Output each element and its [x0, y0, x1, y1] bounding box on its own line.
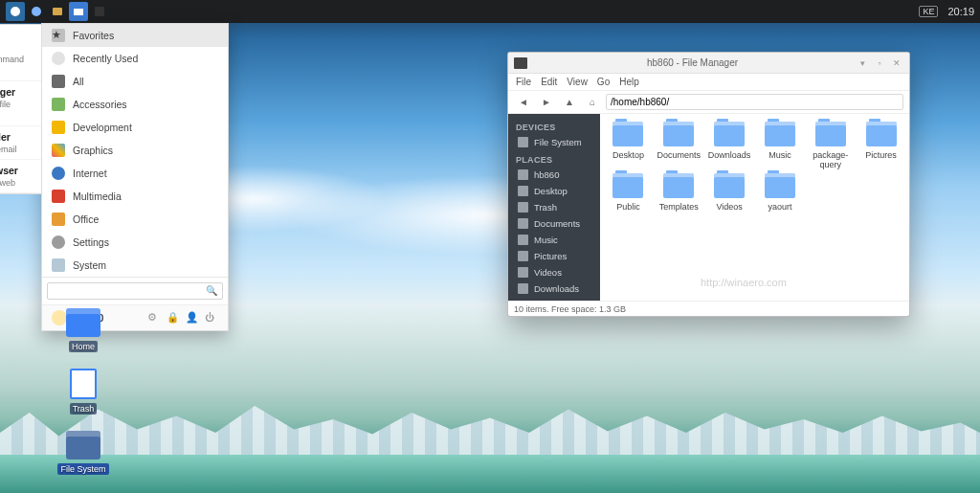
sidebar-item-home[interactable]: hb860 [508, 167, 600, 183]
file-label: Videos [705, 202, 754, 212]
nav-home-button[interactable]: ⌂ [583, 94, 602, 111]
fav-file-manager[interactable]: File ManagerBrowse the file system [0, 81, 41, 126]
lock-button[interactable]: 🔒 [167, 311, 180, 325]
sidebar-item-desktop[interactable]: Desktop [508, 183, 600, 199]
office-icon [52, 213, 65, 226]
logout-button[interactable]: ⏻ [205, 311, 218, 325]
multimedia-icon [52, 190, 65, 203]
watermark: http://winaero.com [701, 277, 787, 288]
cat-internet[interactable]: Internet [42, 162, 228, 185]
desktop-icon-home[interactable]: Home [53, 308, 114, 352]
file-item[interactable]: Videos [705, 173, 754, 212]
desktop-icon-trash[interactable]: Trash [53, 369, 114, 415]
menu-go[interactable]: Go [597, 77, 610, 87]
svg-rect-2 [53, 8, 62, 15]
menu-file[interactable]: File [516, 77, 531, 87]
svg-point-0 [11, 7, 20, 16]
nav-back-button[interactable]: ◄ [514, 94, 533, 111]
clock[interactable]: 20:19 [947, 6, 974, 17]
window-titlebar[interactable]: hb860 - File Manager ▾ ▫ ✕ [508, 53, 909, 74]
keyboard-indicator[interactable]: KE [919, 6, 938, 17]
development-icon [52, 121, 65, 134]
cat-recent[interactable]: Recently Used [42, 47, 228, 70]
file-label: Pictures [857, 150, 905, 160]
fm-toolbar: ◄ ► ▲ ⌂ [508, 91, 909, 114]
cat-graphics[interactable]: Graphics [42, 139, 228, 162]
cat-system[interactable]: System [42, 254, 228, 277]
sidebar-item-pictures[interactable]: Pictures [508, 248, 600, 264]
file-label: package-query [806, 150, 855, 169]
sidebar-item-downloads[interactable]: Downloads [508, 280, 600, 297]
search-icon: 🔍 [206, 285, 217, 296]
folder-icon [518, 218, 528, 229]
system-tray: KE 20:19 [919, 6, 974, 17]
cat-favorites[interactable]: ★Favorites [42, 24, 228, 47]
menu-edit[interactable]: Edit [541, 77, 557, 87]
fm-content[interactable]: DesktopDocumentsDownloadsMusicpackage-qu… [600, 114, 909, 301]
graphics-icon [52, 144, 65, 157]
cat-development[interactable]: Development [42, 116, 228, 139]
folder-icon [765, 122, 795, 146]
nav-up-button[interactable]: ▲ [560, 94, 579, 111]
sidebar-item-filesystem[interactable]: File System [508, 134, 600, 150]
videos-icon [518, 267, 528, 278]
folder-icon [714, 173, 745, 198]
file-item[interactable]: Music [755, 122, 804, 169]
sidebar-item-music[interactable]: Music [508, 232, 600, 248]
switch-user-button[interactable]: 👤 [186, 311, 199, 325]
fav-web[interactable]: Web BrowserBrowse the web [0, 160, 41, 193]
status-item-count: 10 items. [514, 304, 549, 314]
settings-button[interactable]: ⚙ [147, 311, 161, 325]
nav-forward-button[interactable]: ► [537, 94, 556, 111]
app-menu-favorites: Terminal EmulatorUse the command line Fi… [0, 24, 41, 194]
drive-icon [66, 431, 100, 459]
whisker-menu-button[interactable] [6, 2, 25, 21]
svg-rect-4 [95, 7, 104, 16]
trash-icon [518, 202, 528, 213]
file-label: Desktop [604, 150, 653, 160]
cat-all[interactable]: All [42, 70, 228, 93]
panel-app-files[interactable] [69, 2, 88, 21]
top-panel: KE 20:19 [0, 0, 980, 23]
panel-app-terminal[interactable] [90, 2, 109, 21]
fav-mail[interactable]: Mail ReaderRead your email [0, 126, 41, 160]
folder-icon [612, 122, 643, 146]
file-manager-window: hb860 - File Manager ▾ ▫ ✕ File Edit Vie… [507, 52, 910, 317]
cat-office[interactable]: Office [42, 208, 228, 231]
fav-terminal[interactable]: Terminal EmulatorUse the command line [0, 25, 41, 81]
sidebar-item-documents[interactable]: Documents [508, 215, 600, 232]
path-input[interactable] [606, 94, 903, 110]
cat-multimedia[interactable]: Multimedia [42, 185, 228, 208]
file-item[interactable]: Templates [655, 173, 703, 212]
svg-rect-3 [74, 9, 83, 15]
file-item[interactable]: Documents [655, 122, 703, 169]
system-icon [52, 258, 65, 272]
panel-app-mail[interactable] [48, 2, 67, 21]
file-item[interactable]: yaourt [755, 173, 804, 212]
menu-help[interactable]: Help [619, 77, 639, 87]
menu-view[interactable]: View [567, 77, 588, 87]
cat-settings[interactable]: Settings [42, 231, 228, 254]
close-button[interactable]: ✕ [890, 56, 903, 70]
pictures-icon [518, 251, 528, 261]
panel-app-web[interactable] [27, 2, 46, 21]
file-item[interactable]: Public [604, 173, 653, 212]
file-item[interactable]: Downloads [705, 122, 754, 169]
file-item[interactable]: package-query [806, 122, 855, 169]
trash-icon [70, 369, 97, 399]
sidebar-heading-places: PLACES [508, 150, 600, 167]
sidebar-item-videos[interactable]: Videos [508, 264, 600, 280]
sidebar-item-trash[interactable]: Trash [508, 199, 600, 215]
maximize-button[interactable]: ▫ [873, 56, 886, 70]
file-item[interactable]: Pictures [857, 122, 905, 169]
app-menu-search-input[interactable] [47, 282, 223, 300]
file-item[interactable]: Desktop [604, 122, 653, 169]
home-icon [518, 169, 528, 180]
folder-icon [663, 173, 694, 198]
file-label: yaourt [755, 202, 804, 212]
folder-icon [714, 122, 745, 146]
cat-accessories[interactable]: Accessories [42, 93, 228, 116]
minimize-button[interactable]: ▾ [856, 56, 869, 70]
file-label: Documents [655, 150, 703, 160]
desktop-icon-filesystem[interactable]: File System [53, 431, 114, 475]
